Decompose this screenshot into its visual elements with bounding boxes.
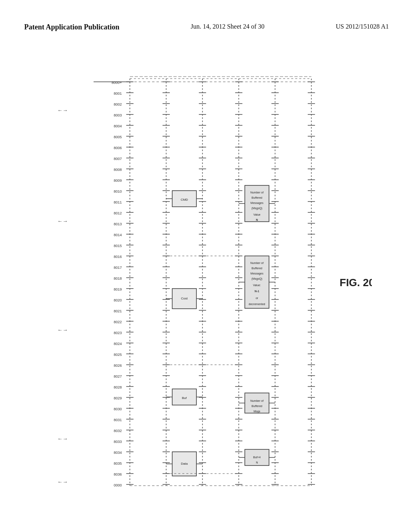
svg-text:8036: 8036 — [114, 472, 122, 476]
svg-text:8017: 8017 — [114, 266, 122, 270]
svg-text:8028: 8028 — [114, 385, 122, 389]
svg-text:8005: 8005 — [114, 135, 122, 139]
box-4: Number of Buffered Messages (MsgsQ) Valu… — [245, 256, 269, 308]
svg-text:8022: 8022 — [114, 320, 122, 324]
box-8: Buf=4 N — [245, 449, 269, 466]
svg-text:8029: 8029 — [114, 396, 122, 400]
publication-number: US 2012/151028 A1 — [336, 22, 389, 31]
publication-date-sheet: Jun. 14, 2012 Sheet 24 of 30 — [191, 22, 265, 31]
svg-text:8009: 8009 — [114, 179, 122, 183]
svg-text:8030: 8030 — [114, 407, 122, 411]
svg-text:decremented: decremented — [249, 303, 265, 305]
svg-text:8000+: 8000+ — [112, 81, 122, 85]
svg-text:8032: 8032 — [114, 429, 122, 433]
svg-text:8001: 8001 — [114, 91, 122, 96]
svg-text:0000: 0000 — [114, 483, 122, 487]
svg-text:or: or — [256, 297, 259, 299]
svg-text:Buf=4: Buf=4 — [253, 456, 261, 459]
box-2: Number of Buffered Messages (MsgsQ) Valu… — [245, 185, 269, 222]
svg-text:N: N — [256, 461, 258, 464]
svg-text:8018: 8018 — [114, 276, 122, 281]
svg-text:Value:: Value: — [253, 284, 261, 287]
svg-text:←→: ←→ — [57, 107, 68, 113]
svg-text:8016: 8016 — [114, 255, 122, 259]
svg-text:Cost: Cost — [181, 297, 188, 300]
svg-text:8004: 8004 — [114, 124, 122, 128]
svg-text:8019: 8019 — [114, 287, 122, 291]
svg-text:8027: 8027 — [114, 374, 122, 378]
svg-text:Number of: Number of — [250, 399, 264, 402]
svg-text:Buffered: Buffered — [252, 267, 262, 270]
svg-text:Messages: Messages — [250, 202, 263, 205]
svg-text:8025: 8025 — [114, 353, 122, 357]
svg-text:8021: 8021 — [114, 309, 122, 313]
svg-text:8014: 8014 — [114, 233, 122, 237]
svg-text:8023: 8023 — [114, 331, 122, 335]
svg-text:←→: ←→ — [57, 218, 68, 224]
diagram-svg: /* ticks drawn below */ — [41, 71, 372, 494]
svg-text:←→: ←→ — [57, 436, 68, 442]
svg-text:N: N — [256, 218, 258, 221]
svg-text:←→: ←→ — [57, 479, 68, 485]
svg-text:8008: 8008 — [114, 168, 122, 172]
svg-rect-0 — [41, 71, 372, 494]
svg-text:Buffered: Buffered — [252, 405, 262, 407]
svg-text:8026: 8026 — [114, 364, 122, 368]
svg-text:8011: 8011 — [114, 200, 122, 204]
box-7: Data — [172, 452, 196, 476]
svg-text:8012: 8012 — [114, 211, 122, 215]
page-header: Patent Application Publication Jun. 14, … — [0, 22, 413, 32]
svg-text:8007: 8007 — [114, 157, 122, 161]
svg-text:CMD: CMD — [181, 198, 188, 202]
svg-text:8006: 8006 — [114, 146, 122, 150]
svg-text:8035: 8035 — [114, 461, 122, 466]
svg-text:Buf: Buf — [182, 396, 187, 400]
svg-text:(MsgsQ): (MsgsQ) — [252, 207, 263, 210]
svg-text:Number of: Number of — [250, 191, 264, 194]
svg-text:8031: 8031 — [114, 418, 122, 422]
svg-text:8034: 8034 — [114, 451, 122, 455]
svg-text:←→: ←→ — [57, 327, 68, 333]
svg-text:Buffered: Buffered — [252, 196, 262, 199]
svg-text:8015: 8015 — [114, 244, 122, 248]
svg-text:8013: 8013 — [114, 222, 122, 226]
svg-text:8020: 8020 — [114, 298, 122, 302]
figure-label: FIG. 20 — [340, 276, 372, 289]
svg-text:Data: Data — [181, 462, 188, 466]
svg-text:8033: 8033 — [114, 440, 122, 444]
svg-text:N-1: N-1 — [254, 290, 259, 293]
svg-text:Number of: Number of — [250, 262, 264, 264]
svg-text:Messages: Messages — [250, 272, 263, 275]
publication-title: Patent Application Publication — [24, 22, 119, 32]
figure-20-diagram: /* ticks drawn below */ — [41, 71, 372, 494]
box-5: Buf — [172, 389, 196, 405]
svg-text:Msgs: Msgs — [254, 410, 261, 413]
box-6: Number of Buffered Msgs — [245, 393, 269, 413]
svg-text:8002: 8002 — [114, 102, 122, 106]
svg-text:(MsgsQ): (MsgsQ) — [252, 277, 263, 281]
svg-text:8003: 8003 — [114, 113, 122, 117]
box-3: Cost — [172, 289, 196, 309]
svg-text:Value: Value — [253, 213, 260, 216]
box-1: CMD — [172, 191, 196, 207]
svg-text:8024: 8024 — [114, 342, 122, 346]
svg-text:8010: 8010 — [114, 189, 122, 193]
figure-container: /* ticks drawn below */ — [24, 64, 389, 500]
